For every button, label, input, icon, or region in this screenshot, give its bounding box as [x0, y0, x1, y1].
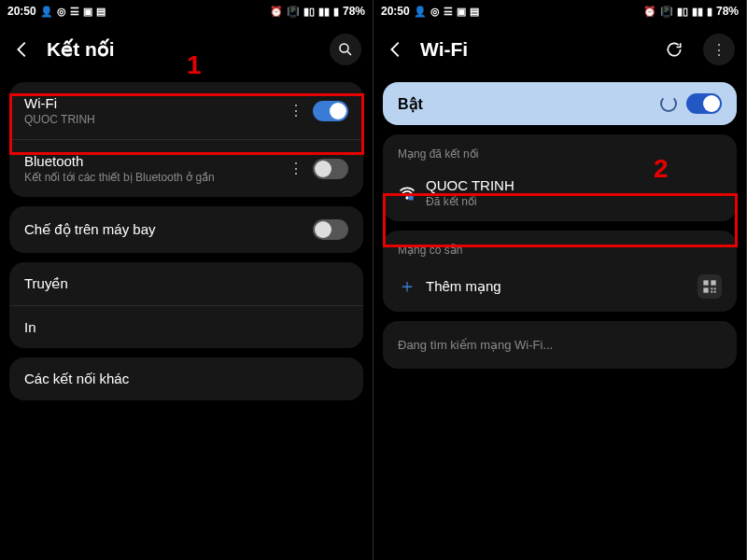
more-connections-label: Các kết nối khác	[24, 371, 348, 387]
connected-status: Đã kết nối	[426, 195, 722, 208]
signal-icon: ▮▯	[677, 7, 688, 17]
alarm-icon: ⏰	[270, 7, 283, 17]
signal2-icon: ▮▮	[692, 7, 703, 17]
wifi-on-bar: Bật	[383, 82, 737, 125]
qr-scan-button[interactable]	[698, 274, 722, 299]
bluetooth-label: Bluetooth	[24, 153, 279, 169]
available-networks-card: Mạng có sẵn ＋ Thêm mạng	[383, 231, 737, 312]
calendar-icon: ▤	[96, 7, 106, 17]
wifi-master-toggle[interactable]	[686, 93, 722, 114]
svg-line-1	[347, 51, 351, 55]
svg-rect-5	[711, 280, 715, 285]
person-icon: 👤	[414, 7, 427, 17]
page-title: Wi-Fi	[420, 38, 645, 61]
cast-label: Truyền	[24, 275, 348, 292]
more-icon[interactable]: ⋮	[289, 160, 303, 177]
status-time: 20:50	[381, 5, 410, 18]
bluetooth-sublabel: Kết nối tới các thiết bị Bluetooth ở gần	[24, 171, 279, 184]
more-connections-row[interactable]: Các kết nối khác	[9, 357, 363, 400]
refresh-button[interactable]	[658, 34, 690, 65]
cast-row[interactable]: Truyền	[9, 262, 363, 305]
calendar-icon: ▤	[470, 7, 479, 17]
status-bar: 20:50 👤 ◎ ☰ ▣ ▤ ⏰ 📳 ▮▯ ▮▮ ▮ 78%	[0, 0, 373, 22]
wifi-sublabel: QUOC TRINH	[24, 113, 279, 126]
connected-header: Mạng đã kết nối	[383, 134, 737, 164]
connected-network-card: Mạng đã kết nối QUOC TRINH Đã kết nối	[383, 134, 737, 221]
svg-rect-10	[714, 290, 716, 292]
wifi-on-label: Bật	[398, 95, 651, 113]
signal-icon: ▮▯	[303, 7, 315, 17]
svg-rect-6	[703, 287, 708, 292]
alarm-icon: ⏰	[643, 7, 656, 17]
loading-spinner-icon	[660, 95, 677, 112]
signal2-icon: ▮▮	[318, 7, 330, 17]
gallery-icon: ☰	[70, 7, 79, 17]
battery-percent: 78%	[716, 5, 739, 18]
available-header: Mạng có sẵn	[383, 231, 737, 260]
battery-icon: ▮	[333, 7, 339, 17]
image-icon: ▣	[83, 7, 92, 17]
page-title: Kết nối	[47, 38, 317, 61]
target-icon: ◎	[430, 7, 440, 17]
header: Kết nối	[0, 22, 373, 82]
wifi-label: Wi-Fi	[24, 95, 279, 111]
svg-rect-9	[711, 290, 712, 292]
battery-icon: ▮	[707, 7, 712, 17]
print-row[interactable]: In	[9, 306, 363, 348]
wifi-toggle[interactable]	[313, 101, 348, 121]
connected-ssid: QUOC TRINH	[426, 177, 722, 193]
settings-connections-screen: 20:50 👤 ◎ ☰ ▣ ▤ ⏰ 📳 ▮▯ ▮▮ ▮ 78% Kết nối	[0, 0, 374, 560]
search-button[interactable]	[330, 34, 361, 65]
wifi-bluetooth-group: Wi-Fi QUOC TRINH ⋮ Bluetooth Kết nối tới…	[9, 82, 363, 197]
vibrate-icon: 📳	[287, 7, 300, 17]
wifi-row[interactable]: Wi-Fi QUOC TRINH ⋮	[9, 82, 363, 139]
target-icon: ◎	[57, 7, 66, 17]
connected-network-row[interactable]: QUOC TRINH Đã kết nối	[383, 164, 737, 221]
image-icon: ▣	[457, 7, 466, 17]
svg-point-2	[406, 197, 408, 199]
airplane-label: Chế độ trên máy bay	[24, 221, 303, 238]
svg-point-0	[340, 44, 348, 52]
bluetooth-row[interactable]: Bluetooth Kết nối tới các thiết bị Bluet…	[9, 140, 363, 197]
back-button[interactable]	[385, 38, 407, 61]
searching-card: Đang tìm kiếm mạng Wi-Fi...	[383, 321, 737, 369]
bluetooth-toggle[interactable]	[313, 159, 348, 179]
svg-rect-8	[714, 287, 716, 289]
wifi-settings-screen: 20:50 👤 ◎ ☰ ▣ ▤ ⏰ 📳 ▮▯ ▮▮ ▮ 78% Wi-Fi ⋮	[374, 0, 747, 560]
plus-icon: ＋	[398, 273, 416, 299]
gallery-icon: ☰	[444, 7, 453, 17]
vibrate-icon: 📳	[660, 7, 673, 17]
airplane-toggle[interactable]	[313, 219, 348, 240]
add-network-row[interactable]: ＋ Thêm mạng	[383, 260, 737, 312]
add-network-label: Thêm mạng	[426, 278, 688, 295]
airplane-row[interactable]: Chế độ trên máy bay	[9, 206, 363, 253]
svg-rect-7	[711, 287, 712, 289]
person-icon: 👤	[40, 7, 53, 17]
svg-rect-3	[409, 195, 414, 200]
wifi-secure-icon	[398, 184, 416, 203]
battery-percent: 78%	[343, 5, 365, 18]
svg-rect-4	[703, 280, 708, 285]
searching-text: Đang tìm kiếm mạng Wi-Fi...	[383, 321, 737, 369]
more-icon[interactable]: ⋮	[289, 102, 303, 119]
overflow-button[interactable]: ⋮	[703, 34, 735, 65]
header: Wi-Fi ⋮	[374, 22, 746, 82]
status-bar: 20:50 👤 ◎ ☰ ▣ ▤ ⏰ 📳 ▮▯ ▮▮ ▮ 78%	[374, 0, 746, 22]
status-time: 20:50	[7, 5, 36, 18]
more-icon: ⋮	[712, 41, 726, 59]
back-button[interactable]	[11, 38, 34, 61]
print-label: In	[24, 319, 348, 335]
